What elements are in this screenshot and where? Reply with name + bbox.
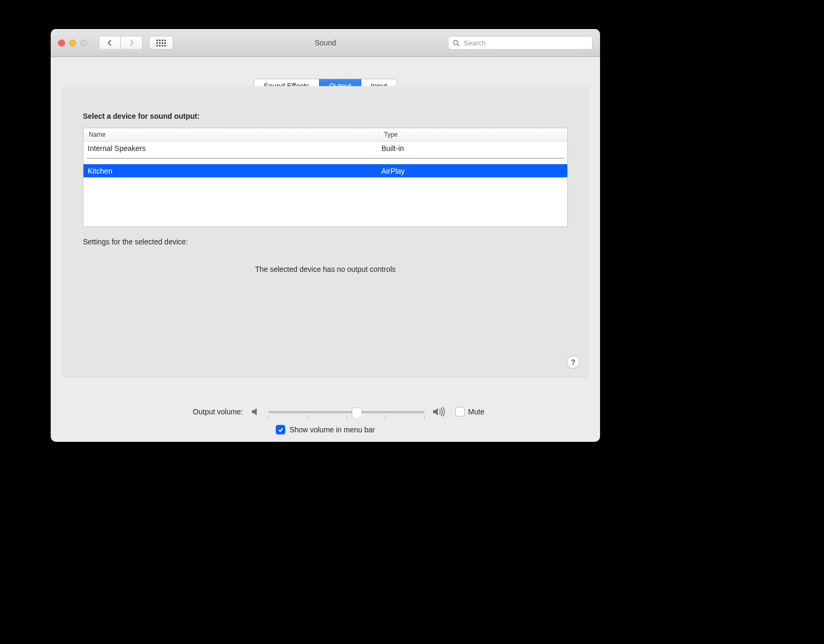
window-controls: [58, 40, 87, 46]
output-volume-label: Output volume:: [193, 408, 243, 416]
forward-button: [120, 36, 142, 49]
device-name: Kitchen: [83, 167, 377, 175]
column-name[interactable]: Name: [83, 131, 378, 138]
nav-back-forward: [99, 36, 143, 50]
search-input[interactable]: [463, 39, 588, 48]
speaker-loud-icon: [432, 406, 448, 418]
device-table: Name Type Internal Speakers Built-in Kit…: [83, 128, 568, 227]
table-row[interactable]: Internal Speakers Built-in: [83, 141, 567, 155]
table-header: Name Type: [83, 128, 567, 141]
chevron-right-icon: [129, 40, 134, 46]
volume-area: Output volume: Mute: [51, 406, 600, 434]
show-volume-menubar-label: Show volume in menu bar: [289, 425, 375, 434]
device-name: Internal Speakers: [83, 144, 377, 153]
svg-line-1: [457, 44, 459, 45]
search-icon: [453, 40, 460, 46]
chevron-left-icon: [107, 40, 113, 46]
no-output-controls-message: The selected device has no output contro…: [63, 265, 588, 273]
grid-icon: [156, 40, 166, 46]
device-type: Built-in: [377, 144, 567, 153]
column-type[interactable]: Type: [378, 131, 567, 138]
device-type: AirPlay: [377, 167, 567, 175]
output-panel: Select a device for sound output: Name T…: [62, 86, 588, 377]
show-volume-menubar-checkbox[interactable]: [276, 425, 285, 434]
titlebar: Sound: [51, 29, 600, 57]
search-field[interactable]: [448, 36, 593, 50]
svg-point-0: [454, 40, 458, 44]
sound-preferences-window: Sound Sound Effects Output Input Select …: [51, 29, 600, 442]
zoom-window-button: [80, 40, 87, 46]
close-window-button[interactable]: [58, 40, 65, 46]
speaker-mute-icon: [250, 406, 261, 417]
table-row[interactable]: Kitchen AirPlay: [83, 164, 567, 177]
help-button[interactable]: ?: [567, 356, 579, 368]
mute-checkbox[interactable]: [455, 407, 465, 416]
select-device-label: Select a device for sound output:: [83, 112, 200, 120]
minimize-window-button[interactable]: [69, 40, 76, 46]
output-volume-slider[interactable]: [268, 406, 425, 417]
back-button[interactable]: [99, 36, 120, 49]
mute-label: Mute: [468, 408, 484, 416]
show-all-button[interactable]: [149, 36, 173, 50]
settings-for-device-label: Settings for the selected device:: [83, 238, 188, 246]
